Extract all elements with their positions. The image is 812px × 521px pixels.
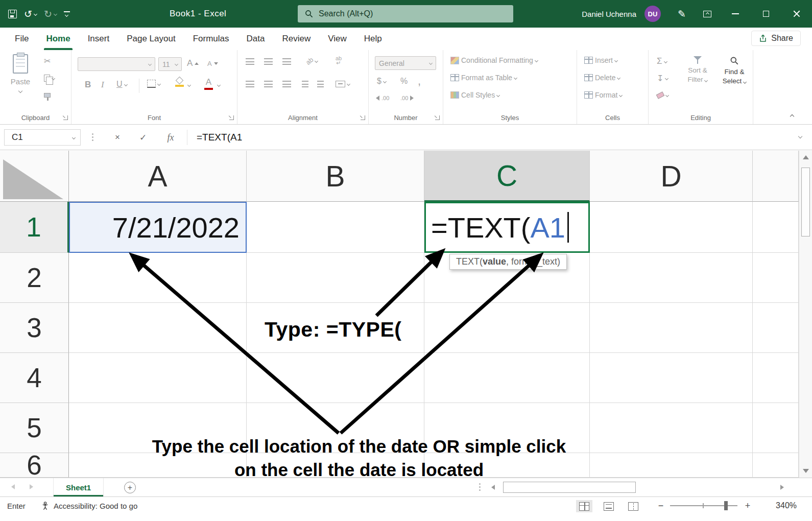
fill-button[interactable]: ↧	[657, 74, 668, 83]
vertical-scroll-thumb[interactable]	[801, 168, 810, 236]
font-color-button[interactable]: A	[204, 78, 213, 90]
grow-font-button[interactable]: A	[187, 58, 199, 68]
accessibility-status[interactable]: Accessibility: Good to go	[41, 497, 137, 514]
column-header-E-partial[interactable]	[753, 151, 799, 202]
user-name[interactable]: Daniel Uchenna	[582, 10, 636, 18]
tab-page-layout[interactable]: Page Layout	[118, 28, 184, 50]
merge-center-button[interactable]	[336, 81, 350, 87]
zoom-in-button[interactable]: +	[742, 497, 754, 514]
middle-align-button[interactable]	[264, 58, 273, 65]
tab-formulas[interactable]: Formulas	[184, 28, 238, 50]
collapse-ribbon-chevron[interactable]	[790, 114, 794, 119]
save-button[interactable]	[8, 10, 17, 18]
enter-button[interactable]: ✓	[134, 129, 152, 146]
cell-C4[interactable]	[424, 353, 590, 403]
zoom-slider-thumb[interactable]	[724, 501, 728, 510]
borders-button[interactable]	[147, 80, 160, 88]
font-name-select[interactable]	[78, 57, 155, 71]
zoom-out-button[interactable]: −	[655, 497, 667, 514]
tab-file[interactable]: File	[6, 28, 37, 50]
cell-styles-button[interactable]: Cell Styles	[450, 91, 499, 99]
increase-indent-button[interactable]	[317, 81, 324, 87]
italic-button[interactable]: I	[101, 80, 104, 90]
cell-D1[interactable]	[590, 202, 753, 253]
paste-button[interactable]: Paste	[6, 54, 35, 111]
zoom-level[interactable]: 340%	[776, 497, 797, 514]
cell-E2[interactable]	[753, 253, 799, 303]
number-format-select[interactable]: General	[375, 56, 436, 70]
cell-D4[interactable]	[590, 353, 753, 403]
chevron-down-icon[interactable]	[217, 83, 221, 87]
row-header-4[interactable]: 4	[0, 353, 69, 403]
insert-function-button[interactable]: fx	[161, 129, 180, 146]
row-header-6[interactable]: 6	[0, 453, 69, 478]
increase-decimal-button[interactable]: .00	[376, 95, 389, 101]
tab-help[interactable]: Help	[355, 28, 391, 50]
column-header-B[interactable]: B	[247, 151, 424, 202]
row-header-5[interactable]: 5	[0, 403, 69, 453]
align-left-button[interactable]	[246, 81, 254, 87]
inking-button[interactable]: ✎	[669, 0, 695, 28]
undo-button[interactable]: ↺	[24, 9, 37, 19]
formula-bar-handle[interactable]	[92, 133, 93, 135]
tab-insert[interactable]: Insert	[79, 28, 118, 50]
hscroll-right-button[interactable]	[780, 485, 784, 490]
minimize-button[interactable]	[720, 0, 751, 28]
cell-B4[interactable]	[247, 353, 424, 403]
name-box[interactable]: C1	[4, 129, 81, 146]
search-box[interactable]: Search (Alt+Q)	[298, 5, 513, 22]
cell-E6[interactable]	[753, 453, 799, 478]
format-cells-button[interactable]: Format	[584, 91, 622, 99]
cell-D3[interactable]	[590, 303, 753, 353]
percent-style-button[interactable]: %	[400, 77, 408, 86]
underline-button[interactable]: U	[116, 80, 127, 89]
cell-A1[interactable]: 7/21/2022	[69, 202, 247, 253]
alignment-dialog-launcher[interactable]	[360, 115, 365, 120]
bottom-align-button[interactable]	[282, 58, 291, 65]
horizontal-scroll-thumb[interactable]	[503, 482, 636, 493]
cut-button[interactable]: ✂	[44, 57, 51, 65]
orientation-button[interactable]: ab	[306, 57, 318, 65]
zoom-slider[interactable]	[670, 505, 737, 506]
ribbon-display-options-button[interactable]	[695, 0, 720, 28]
scroll-up-button[interactable]	[799, 151, 812, 164]
redo-button[interactable]: ↻	[44, 9, 57, 19]
find-select-button[interactable]: Find &Select	[718, 56, 751, 86]
sort-filter-button[interactable]: Sort &Filter	[679, 56, 716, 84]
top-align-button[interactable]	[246, 58, 254, 65]
align-right-button[interactable]	[282, 81, 291, 87]
cell-C3[interactable]	[424, 303, 590, 353]
decrease-decimal-button[interactable]: .00	[400, 95, 414, 101]
column-header-C[interactable]: C	[424, 151, 590, 202]
font-size-select[interactable]: 11	[158, 57, 182, 71]
page-break-view-button[interactable]	[625, 500, 641, 512]
align-center-button[interactable]	[264, 81, 273, 87]
page-layout-view-button[interactable]	[601, 500, 617, 512]
tab-data[interactable]: Data	[238, 28, 274, 50]
bold-button[interactable]: B	[85, 80, 91, 90]
cell-C1[interactable]: =TEXT(A1	[424, 202, 590, 253]
chevron-down-icon[interactable]	[187, 83, 191, 87]
row-header-1[interactable]: 1	[0, 202, 69, 253]
column-header-D[interactable]: D	[590, 151, 753, 202]
shrink-font-button[interactable]: A	[207, 60, 218, 67]
cell-E4[interactable]	[753, 353, 799, 403]
close-button[interactable]	[781, 0, 812, 28]
next-sheet-button[interactable]	[30, 484, 33, 489]
wrap-text-button[interactable]: ab↵	[336, 56, 342, 65]
sheet-tab-sheet1[interactable]: Sheet1	[53, 478, 104, 496]
tab-view[interactable]: View	[319, 28, 355, 50]
delete-cells-button[interactable]: Delete	[584, 74, 620, 82]
cancel-button[interactable]: ×	[108, 129, 127, 146]
clipboard-dialog-launcher[interactable]	[63, 115, 68, 120]
share-button[interactable]: Share	[751, 31, 801, 46]
cell-A3[interactable]	[69, 303, 247, 353]
clear-button[interactable]	[657, 93, 668, 98]
cell-E1[interactable]	[753, 202, 799, 253]
insert-cells-button[interactable]: Insert	[584, 56, 617, 64]
conditional-formatting-button[interactable]: Conditional Formatting	[450, 56, 538, 64]
number-dialog-launcher[interactable]	[435, 115, 440, 120]
accounting-format-button[interactable]: $	[377, 77, 386, 86]
cell-E3[interactable]	[753, 303, 799, 353]
cell-D2[interactable]	[590, 253, 753, 303]
